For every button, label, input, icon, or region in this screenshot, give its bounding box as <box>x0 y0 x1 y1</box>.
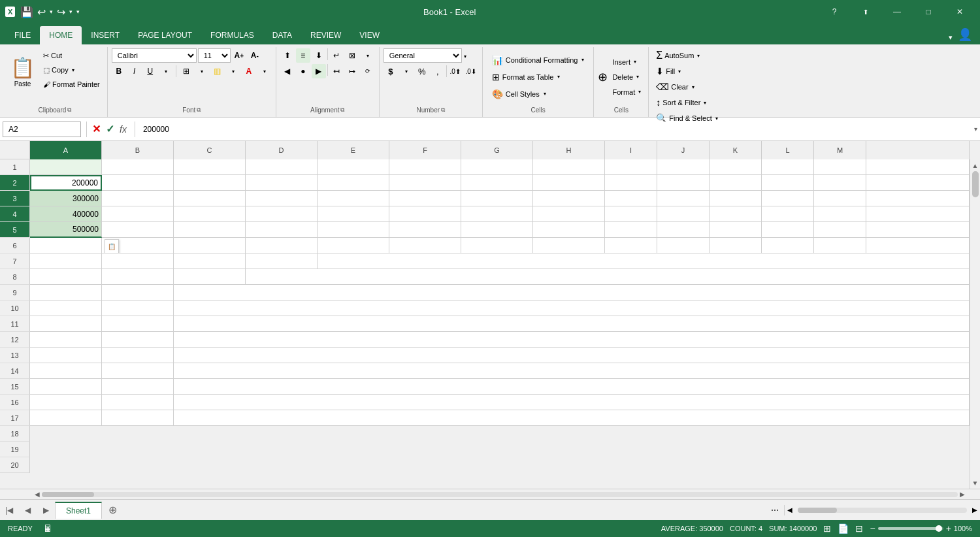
tab-home[interactable]: HOME <box>40 26 82 44</box>
col-header-h[interactable]: H <box>533 141 605 159</box>
increase-decimal-button[interactable]: .0⬆ <box>448 64 463 78</box>
increase-font-button[interactable]: A+ <box>232 48 246 63</box>
undo-button[interactable]: ↩ <box>37 6 46 18</box>
cell-j2[interactable] <box>657 175 710 191</box>
align-middle-button[interactable]: ≡ <box>296 48 310 63</box>
cell-rest-2[interactable] <box>866 175 970 191</box>
cell-styles-button[interactable]: 🎨 Cell Styles ▾ <box>487 87 551 101</box>
vertical-scrollbar[interactable]: ▲ ▼ <box>970 159 980 489</box>
cell-c4[interactable] <box>174 206 246 222</box>
format-painter-button[interactable]: 🖌 Format Painter <box>40 77 103 91</box>
cell-j1[interactable] <box>657 159 710 175</box>
cell-f4[interactable] <box>389 206 461 222</box>
col-header-k[interactable]: K <box>710 141 762 159</box>
cell-a6[interactable] <box>30 238 102 253</box>
number-format-select[interactable]: General <box>384 48 462 63</box>
cell-k4[interactable] <box>710 206 762 222</box>
cell-h5[interactable] <box>533 222 605 238</box>
currency-button[interactable]: $ <box>384 64 398 78</box>
copy-button[interactable]: ⬚ Copy ▾ <box>40 63 103 77</box>
cell-a4[interactable]: 400000 <box>30 206 102 222</box>
cell-f5[interactable] <box>389 222 461 238</box>
account-icon[interactable]: 👤 <box>955 25 975 44</box>
font-color-dropdown[interactable]: ▾ <box>257 64 272 78</box>
view-page-layout-button[interactable]: 📄 <box>838 523 849 534</box>
format-as-table-button[interactable]: ⊞ Format as Table ▾ <box>487 70 566 84</box>
help-button[interactable]: ? <box>819 0 849 24</box>
format-as-table-dropdown[interactable]: ▾ <box>557 74 560 80</box>
clipboard-expand-icon[interactable]: ⧉ <box>67 106 71 114</box>
cell-a5[interactable]: 500000 <box>30 222 102 238</box>
cell-rest-3[interactable] <box>866 191 970 206</box>
formula-input[interactable] <box>140 122 972 137</box>
font-size-select[interactable]: 11 <box>198 48 231 63</box>
sort-dropdown[interactable]: ▾ <box>704 100 706 106</box>
merge-center-button[interactable]: ⊠ <box>345 48 359 63</box>
fill-button[interactable]: ⬇ Fill ▾ <box>653 64 684 78</box>
cell-b3[interactable] <box>102 191 174 206</box>
cut-button[interactable]: ✂ Cut <box>40 48 103 63</box>
sheet-scroll-right[interactable]: ▶ <box>970 505 980 515</box>
ribbon-collapse-button[interactable]: ⬆ <box>851 0 881 24</box>
fill-dropdown[interactable]: ▾ <box>678 69 681 74</box>
cell-c6[interactable] <box>174 238 246 253</box>
name-box[interactable]: A2 <box>3 122 81 137</box>
cell-k2[interactable] <box>710 175 762 191</box>
comma-button[interactable]: , <box>431 64 445 78</box>
corner-cell[interactable] <box>0 141 30 159</box>
col-header-i[interactable]: I <box>605 141 657 159</box>
cell-i3[interactable] <box>605 191 657 206</box>
find-dropdown[interactable]: ▾ <box>715 116 718 122</box>
cell-c3[interactable] <box>174 191 246 206</box>
alignment-expand-icon[interactable]: ⧉ <box>340 106 344 114</box>
number-expand-icon[interactable]: ⧉ <box>441 106 445 114</box>
cell-e4[interactable] <box>318 206 389 222</box>
tab-page-layout[interactable]: PAGE LAYOUT <box>129 26 201 44</box>
status-calculator-icon[interactable]: 🖩 <box>43 523 52 534</box>
cell-c2[interactable] <box>174 175 246 191</box>
cell-h3[interactable] <box>533 191 605 206</box>
cell-k5[interactable] <box>710 222 762 238</box>
col-header-b[interactable]: B <box>102 141 174 159</box>
grid-scroll-area[interactable]: 200000 300000 <box>30 159 970 489</box>
cell-l1[interactable] <box>762 159 814 175</box>
cell-e3[interactable] <box>318 191 389 206</box>
row-header-18[interactable]: 18 <box>0 426 30 442</box>
zoom-out-button[interactable]: − <box>870 523 875 534</box>
cell-h2[interactable] <box>533 175 605 191</box>
close-button[interactable]: ✕ <box>945 0 975 24</box>
tab-insert[interactable]: INSERT <box>82 26 129 44</box>
cell-f2[interactable] <box>389 175 461 191</box>
undo-arrow[interactable]: ▾ <box>50 8 53 15</box>
italic-button[interactable]: I <box>127 64 142 78</box>
tab-data[interactable]: DATA <box>263 26 301 44</box>
delete-dropdown[interactable]: ▾ <box>636 74 639 80</box>
cell-l4[interactable] <box>762 206 814 222</box>
font-color-button[interactable]: A <box>242 64 256 78</box>
cell-g3[interactable] <box>461 191 533 206</box>
cell-g4[interactable] <box>461 206 533 222</box>
cell-b1[interactable] <box>102 159 174 175</box>
col-header-f[interactable]: F <box>389 141 461 159</box>
cell-b2[interactable] <box>102 175 174 191</box>
cell-j4[interactable] <box>657 206 710 222</box>
tab-view[interactable]: VIEW <box>350 26 389 44</box>
sheet-nav-first[interactable]: |◀ <box>0 501 18 519</box>
scroll-left-button[interactable]: ◀ <box>33 490 42 499</box>
scroll-down-button[interactable]: ▼ <box>971 478 980 487</box>
row-header-12[interactable]: 12 <box>0 332 30 348</box>
cell-m3[interactable] <box>814 191 866 206</box>
add-sheet-button[interactable]: ⊕ <box>103 501 122 519</box>
row-header-11[interactable]: 11 <box>0 316 30 332</box>
cell-a2[interactable]: 200000 <box>30 175 102 191</box>
cell-h1[interactable] <box>533 159 605 175</box>
row-header-9[interactable]: 9 <box>0 285 30 301</box>
clear-button[interactable]: ⌫ Clear ▾ <box>653 80 697 94</box>
cell-d2[interactable] <box>246 175 318 191</box>
view-normal-button[interactable]: ⊞ <box>823 523 831 534</box>
cell-b7[interactable] <box>102 253 174 269</box>
decrease-font-button[interactable]: A- <box>248 48 262 63</box>
sheet-scroll-track[interactable] <box>798 508 967 513</box>
row-header-8[interactable]: 8 <box>0 269 30 285</box>
cell-i6[interactable] <box>605 238 657 253</box>
